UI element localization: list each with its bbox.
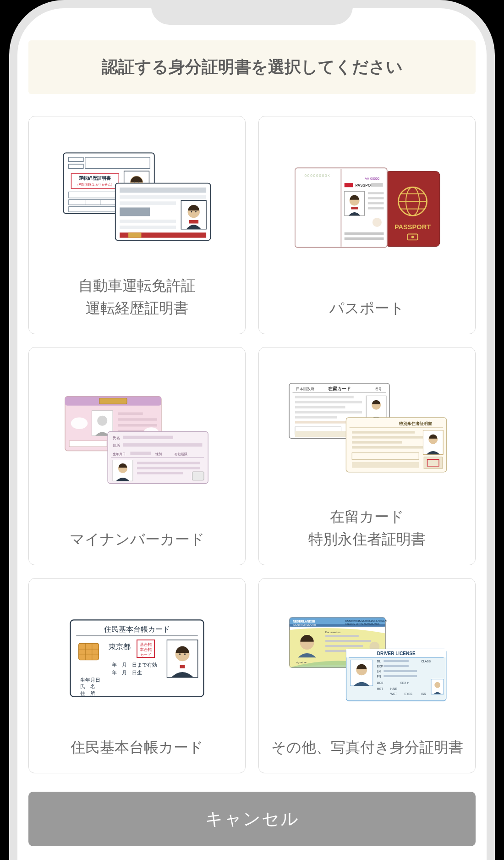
svg-text:基台帳: 基台帳 (140, 642, 152, 647)
svg-text:生年月日: 生年月日 (113, 452, 126, 456)
svg-text:日本国政府: 日本国政府 (296, 387, 314, 391)
svg-rect-173 (383, 665, 409, 667)
svg-text:本台帳: 本台帳 (140, 647, 152, 652)
option-passport[interactable]: PASSPORT 00000000< AA-00000 (258, 116, 476, 334)
svg-rect-59 (99, 398, 127, 404)
svg-text:氏　名: 氏 名 (80, 684, 95, 689)
svg-rect-147 (325, 635, 359, 637)
svg-rect-75 (130, 452, 151, 455)
cancel-label: キャンセル (205, 809, 299, 828)
option-mynumber[interactable]: 氏名 住所 生年月日 性別 有効期限 (28, 347, 246, 565)
svg-text:signature: signature (296, 661, 306, 664)
svg-rect-131 (180, 665, 185, 668)
option-label: 自動車運転免許証 運転経歴証明書 (78, 275, 196, 320)
svg-text:DRIVER LICENSE: DRIVER LICENSE (377, 651, 416, 656)
option-other-id[interactable]: NEDERLANDSE IDENTITEITSKAART KONINKRIJK … (258, 578, 476, 773)
svg-rect-84 (192, 472, 204, 480)
option-label: マイナンバーカード (70, 528, 205, 551)
svg-point-10 (138, 182, 139, 183)
svg-text:AA-00000: AA-00000 (365, 176, 379, 181)
option-juki-card[interactable]: 住民基本台帳カード 東京都 基台帳 (28, 578, 246, 773)
option-label: 在留カード 特別永住者証明書 (308, 506, 426, 551)
svg-text:LN: LN (377, 670, 381, 673)
cancel-button[interactable]: キャンセル (28, 792, 476, 846)
svg-rect-21 (120, 208, 150, 216)
svg-text:運転経歴証明書: 運転経歴証明書 (78, 176, 111, 181)
other-id-icon: NEDERLANDSE IDENTITEITSKAART KONINKRIJK … (267, 589, 467, 728)
svg-point-62 (97, 416, 107, 426)
svg-rect-104 (352, 431, 415, 433)
svg-rect-50 (368, 192, 384, 194)
svg-rect-65 (118, 424, 157, 426)
svg-rect-83 (137, 472, 183, 474)
option-label: パスポート (329, 297, 405, 320)
svg-text:番号: 番号 (375, 387, 382, 391)
svg-rect-148 (325, 640, 371, 642)
svg-rect-49 (351, 207, 358, 209)
svg-rect-18 (120, 187, 206, 193)
svg-point-24 (191, 211, 192, 213)
svg-rect-52 (368, 202, 384, 204)
svg-rect-106 (352, 441, 402, 443)
svg-rect-90 (295, 396, 354, 398)
svg-rect-46 (371, 183, 383, 187)
svg-rect-94 (295, 416, 337, 419)
svg-text:在留カード: 在留カード (328, 386, 351, 391)
svg-rect-20 (120, 202, 176, 205)
svg-rect-55 (345, 232, 384, 235)
svg-rect-53 (368, 207, 384, 209)
svg-text:DL: DL (377, 660, 381, 663)
residence-card-icon: 日本国政府 在留カード 番号 (267, 358, 467, 497)
svg-text:EYES: EYES (405, 692, 412, 695)
svg-text:DOB: DOB (377, 681, 383, 684)
svg-rect-56 (345, 237, 384, 240)
svg-text:WGT: WGT (390, 692, 397, 695)
id-option-grid: 運転経歴証明書 （有効期限はありません） (28, 116, 476, 773)
svg-rect-91 (295, 401, 362, 403)
screen: 認証する身分証明書を選択してください 運転経歴証 (17, 8, 487, 860)
svg-point-9 (134, 182, 135, 183)
svg-text:PASSPORT: PASSPORT (394, 223, 431, 231)
svg-rect-71 (123, 436, 173, 439)
svg-text:KONINKRIJK DER NEDERLANDEN: KONINKRIJK DER NEDERLANDEN (345, 619, 387, 622)
svg-rect-51 (368, 197, 384, 199)
svg-rect-44 (345, 183, 353, 187)
option-label: その他、写真付き身分証明書 (271, 736, 463, 759)
juki-card-icon: 住民基本台帳カード 東京都 基台帳 (37, 589, 237, 728)
svg-text:住所: 住所 (113, 443, 120, 447)
svg-point-25 (195, 211, 197, 213)
svg-text:年　月　日まで有効: 年 月 日まで有効 (112, 662, 157, 667)
svg-rect-107 (352, 446, 423, 448)
svg-rect-149 (325, 645, 363, 647)
svg-rect-92 (295, 406, 345, 408)
instruction-banner: 認証する身分証明書を選択してください (28, 40, 476, 94)
svg-text:カード: カード (140, 653, 151, 657)
svg-text:住　所: 住 所 (80, 690, 95, 696)
svg-text:KINGDOM OF THE NETHERLANDS: KINGDOM OF THE NETHERLANDS (345, 623, 379, 625)
svg-rect-19 (120, 195, 206, 199)
svg-text:IDENTITEITSKAART: IDENTITEITSKAART (293, 623, 317, 626)
svg-text:特別永住者証明書: 特別永住者証明書 (399, 422, 432, 426)
phone-notch (151, 0, 353, 25)
svg-point-54 (373, 218, 382, 227)
svg-point-60 (71, 417, 88, 429)
svg-text:Document no.: Document no. (325, 631, 341, 634)
svg-text:00000000<: 00000000< (304, 174, 331, 178)
svg-text:有効期限: 有効期限 (175, 452, 187, 456)
svg-text:氏名: 氏名 (113, 436, 120, 440)
svg-rect-93 (295, 411, 362, 413)
svg-text:生年月日: 生年月日 (80, 677, 100, 683)
svg-point-39 (411, 236, 414, 238)
svg-text:性別: 性別 (155, 452, 162, 456)
svg-text:年　月　日生: 年 月 日生 (112, 670, 142, 675)
svg-text:FN: FN (377, 675, 381, 678)
svg-rect-111 (424, 457, 442, 469)
svg-text:（有効期限はありません）: （有効期限はありません） (76, 183, 114, 187)
option-residence-card[interactable]: 日本国政府 在留カード 番号 (258, 347, 476, 565)
drivers-license-icon: 運転経歴証明書 （有効期限はありません） (37, 127, 237, 266)
svg-point-159 (434, 682, 440, 688)
svg-rect-105 (352, 436, 423, 438)
instruction-text: 認証する身分証明書を選択してください (102, 57, 403, 76)
svg-rect-28 (120, 226, 176, 230)
option-drivers-license[interactable]: 運転経歴証明書 （有効期限はありません） (28, 116, 246, 334)
